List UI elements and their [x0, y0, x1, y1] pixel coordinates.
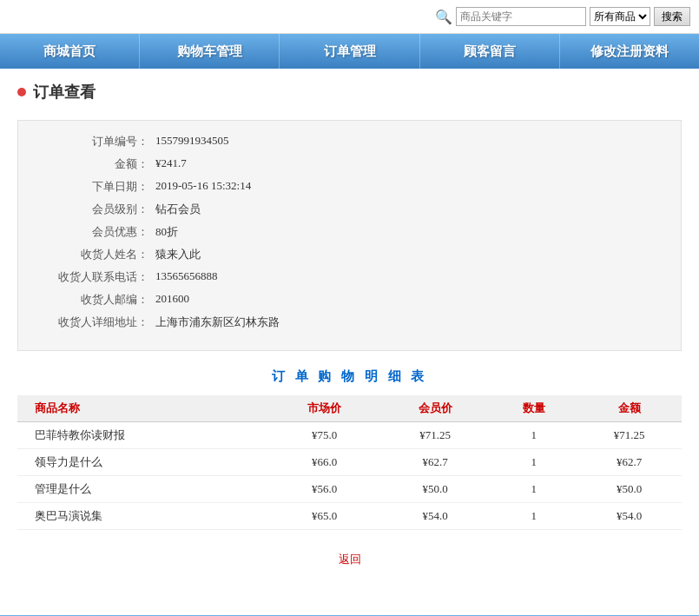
cell-total: ¥54.0 [577, 503, 682, 530]
cell-product-name: 奥巴马演说集 [17, 503, 269, 530]
detail-table: 商品名称 市场价 会员价 数量 金额 巴菲特教你读财报 ¥75.0 ¥71.25… [17, 395, 682, 530]
search-button[interactable]: 搜索 [654, 7, 690, 26]
col-member-price: 会员价 [379, 395, 491, 422]
value-address: 上海市浦东新区幻林东路 [155, 315, 280, 330]
nav-item-cart[interactable]: 购物车管理 [140, 34, 280, 69]
cell-qty: 1 [491, 476, 577, 503]
info-row-zip: 收货人邮编： 201600 [36, 292, 663, 308]
category-select[interactable]: 所有商品图书电子服装食品 [590, 7, 650, 26]
cell-market-price: ¥75.0 [269, 422, 380, 449]
value-discount: 80折 [155, 224, 178, 240]
label-receiver-name: 收货人姓名： [36, 247, 148, 262]
label-zip: 收货人邮编： [36, 292, 148, 308]
table-row: 领导力是什么 ¥66.0 ¥62.7 1 ¥62.7 [17, 449, 682, 476]
page-title: 订单查看 [33, 82, 96, 103]
nav-item-profile[interactable]: 修改注册资料 [560, 34, 699, 69]
col-market-price: 市场价 [269, 395, 380, 422]
search-input[interactable] [456, 7, 586, 26]
cell-total: ¥50.0 [577, 476, 682, 503]
cell-member-price: ¥54.0 [379, 503, 491, 530]
cell-qty: 1 [491, 449, 577, 476]
table-row: 管理是什么 ¥56.0 ¥50.0 1 ¥50.0 [17, 476, 682, 503]
value-amount: ¥241.7 [155, 156, 187, 170]
cell-member-price: ¥62.7 [379, 449, 491, 476]
search-area: 🔍 所有商品图书电子服装食品 搜索 [435, 7, 690, 26]
label-discount: 会员优惠： [36, 224, 148, 240]
cell-qty: 1 [491, 503, 577, 530]
return-link[interactable]: 返回 [339, 553, 361, 566]
search-btn-label: 搜索 [662, 10, 683, 24]
info-row-amount: 金额： ¥241.7 [36, 156, 663, 172]
nav-bar: 商城首页 购物车管理 订单管理 顾客留言 修改注册资料 [0, 34, 699, 69]
value-order-num: 1557991934505 [155, 134, 229, 148]
main-content: 订单查看 订单编号： 1557991934505 金额： ¥241.7 下单日期… [0, 69, 699, 598]
info-row-receiver-name: 收货人姓名： 猿来入此 [36, 247, 663, 262]
detail-section-title: 订 单 购 物 明 细 表 [17, 368, 682, 385]
info-row-phone: 收货人联系电话： 13565656888 [36, 269, 663, 285]
nav-item-orders[interactable]: 订单管理 [280, 34, 419, 69]
cell-member-price: ¥71.25 [379, 422, 491, 449]
value-date: 2019-05-16 15:32:14 [155, 179, 251, 193]
value-receiver-name: 猿来入此 [155, 247, 201, 262]
label-date: 下单日期： [36, 179, 148, 195]
table-row: 奥巴马演说集 ¥65.0 ¥54.0 1 ¥54.0 [17, 503, 682, 530]
info-row-date: 下单日期： 2019-05-16 15:32:14 [36, 179, 663, 195]
col-total: 金额 [577, 395, 682, 422]
label-member-level: 会员级别： [36, 202, 148, 217]
cell-product-name: 领导力是什么 [17, 449, 269, 476]
top-bar: 🔍 所有商品图书电子服装食品 搜索 [0, 0, 699, 34]
info-row-discount: 会员优惠： 80折 [36, 224, 663, 240]
table-header-row: 商品名称 市场价 会员价 数量 金额 [17, 395, 682, 422]
table-row: 巴菲特教你读财报 ¥75.0 ¥71.25 1 ¥71.25 [17, 422, 682, 449]
cell-market-price: ¥56.0 [269, 476, 380, 503]
col-product-name: 商品名称 [17, 395, 269, 422]
search-icon: 🔍 [435, 9, 452, 25]
nav-item-home[interactable]: 商城首页 [0, 34, 140, 69]
cell-market-price: ¥65.0 [269, 503, 380, 530]
title-bullet [17, 88, 26, 96]
label-phone: 收货人联系电话： [36, 269, 148, 285]
label-order-num: 订单编号： [36, 134, 148, 149]
label-address: 收货人详细地址： [36, 315, 148, 330]
order-info-panel: 订单编号： 1557991934505 金额： ¥241.7 下单日期： 201… [17, 120, 682, 351]
value-member-level: 钻石会员 [155, 202, 201, 217]
nav-item-messages[interactable]: 顾客留言 [420, 34, 560, 69]
page-title-area: 订单查看 [17, 82, 682, 103]
info-row-member-level: 会员级别： 钻石会员 [36, 202, 663, 217]
cell-product-name: 管理是什么 [17, 476, 269, 503]
cell-product-name: 巴菲特教你读财报 [17, 422, 269, 449]
cell-total: ¥62.7 [577, 449, 682, 476]
cell-member-price: ¥50.0 [379, 476, 491, 503]
value-phone: 13565656888 [155, 269, 218, 283]
value-zip: 201600 [155, 292, 189, 306]
cell-total: ¥71.25 [577, 422, 682, 449]
col-qty: 数量 [491, 395, 577, 422]
label-amount: 金额： [36, 156, 148, 172]
info-row-order-num: 订单编号： 1557991934505 [36, 134, 663, 149]
cell-qty: 1 [491, 422, 577, 449]
cell-market-price: ¥66.0 [269, 449, 380, 476]
info-row-address: 收货人详细地址： 上海市浦东新区幻林东路 [36, 315, 663, 330]
return-area: 返回 [17, 552, 682, 567]
order-detail-section: 订 单 购 物 明 细 表 商品名称 市场价 会员价 数量 金额 巴菲特教你读财… [17, 368, 682, 530]
